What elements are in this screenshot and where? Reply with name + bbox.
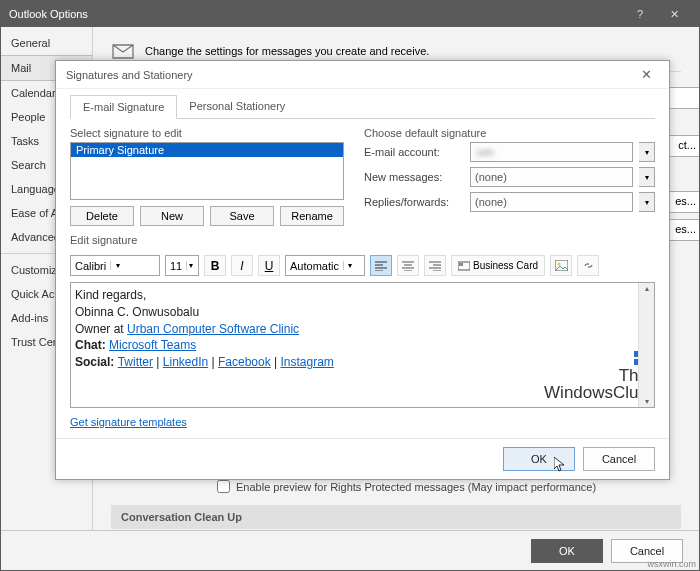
align-center-icon [402,261,414,271]
font-color-selector[interactable]: Automatic▾ [285,255,365,276]
new-messages-field[interactable]: (none) [470,167,633,187]
email-account-row: E-mail account: :om ▾ [364,142,655,162]
svg-point-3 [557,263,560,266]
tab-email-signature[interactable]: E-mail Signature [70,95,177,119]
business-card-button[interactable]: Business Card [451,255,545,276]
scroll-up-icon[interactable]: ▴ [645,283,649,294]
new-messages-dropdown-icon[interactable]: ▾ [639,167,655,187]
dialog-titlebar: Signatures and Stationery ✕ [56,61,669,89]
italic-button[interactable]: I [231,255,253,276]
attribution: wsxwin.com [647,559,696,569]
font-selector[interactable]: Calibri▾ [70,255,160,276]
email-account-field[interactable]: :om [470,142,633,162]
titlebar: Outlook Options ? ✕ [1,1,699,27]
svg-rect-1 [459,263,463,266]
select-signature-label: Select signature to edit [70,127,344,139]
select-signature-group: Select signature to edit Primary Signatu… [70,127,344,226]
content-header-text: Change the settings for messages you cre… [145,45,429,57]
top-row: Select signature to edit Primary Signatu… [70,127,655,226]
window-title: Outlook Options [9,8,623,20]
edit-signature-label: Edit signature [70,234,655,246]
rename-button[interactable]: Rename [280,206,344,226]
delete-button[interactable]: Delete [70,206,134,226]
new-messages-label: New messages: [364,171,464,183]
replies-label: Replies/forwards: [364,196,464,208]
section-conversation-cleanup: Conversation Clean Up [111,505,681,529]
replies-field[interactable]: (none) [470,192,633,212]
link-instagram[interactable]: Instagram [281,355,334,369]
signature-selected-item[interactable]: Primary Signature [71,143,343,157]
align-right-button[interactable] [424,255,446,276]
new-button[interactable]: New [140,206,204,226]
default-signature-label: Choose default signature [364,127,655,139]
align-right-icon [429,261,441,271]
link-facebook[interactable]: Facebook [218,355,271,369]
chevron-down-icon[interactable]: ▾ [343,261,357,270]
preview-checkbox-row: Enable preview for Rights Protected mess… [217,480,681,493]
window-ok-button[interactable]: OK [531,539,603,563]
sig-line4: Chat: Microsoft Teams [75,337,650,354]
align-left-icon [375,261,387,271]
link-icon [582,260,595,271]
card-icon [458,261,470,271]
signature-buttons: Delete New Save Rename [70,206,344,226]
link-linkedin[interactable]: LinkedIn [163,355,208,369]
signatures-dialog: Signatures and Stationery ✕ E-mail Signa… [55,60,670,480]
editor-scrollbar[interactable]: ▴▾ [638,283,654,407]
sig-line3: Owner at Urban Computer Software Clinic [75,321,650,338]
sig-line2: Obinna C. Onwusobalu [75,304,650,321]
replies-row: Replies/forwards: (none) ▾ [364,192,655,212]
get-templates-link[interactable]: Get signature templates [70,416,187,428]
dialog-title: Signatures and Stationery [66,69,193,81]
align-left-button[interactable] [370,255,392,276]
signature-listbox[interactable]: Primary Signature [70,142,344,200]
dialog-footer: OK Cancel [56,438,669,479]
enable-preview-checkbox[interactable] [217,480,230,493]
link-twitter[interactable]: Twitter [118,355,153,369]
replies-dropdown-icon[interactable]: ▾ [639,192,655,212]
chevron-down-icon[interactable]: ▾ [186,261,194,270]
tab-personal-stationery[interactable]: Personal Stationery [177,95,297,118]
email-account-label: E-mail account: [364,146,464,158]
link-teams[interactable]: Microsoft Teams [109,338,196,352]
sidebar-item-general[interactable]: General [1,31,92,55]
save-button[interactable]: Save [210,206,274,226]
link-urban-computer[interactable]: Urban Computer Software Clinic [127,322,299,336]
sig-line5: Social: Twitter | LinkedIn | Facebook | … [75,354,650,371]
templates-link-row: Get signature templates [70,408,655,432]
bottom-bar: OK Cancel [1,530,699,570]
dialog-close-icon[interactable]: ✕ [633,67,659,82]
enable-preview-label: Enable preview for Rights Protected mess… [236,481,596,493]
scroll-down-icon[interactable]: ▾ [645,396,649,407]
editor-toolbar: Calibri▾ 11▾ B I U Automatic▾ Business C… [70,255,655,276]
dialog-ok-button[interactable]: OK [503,447,575,471]
new-messages-row: New messages: (none) ▾ [364,167,655,187]
insert-link-button[interactable] [577,255,599,276]
bold-button[interactable]: B [204,255,226,276]
chevron-down-icon[interactable]: ▾ [110,261,124,270]
dialog-tabs: E-mail Signature Personal Stationery [70,95,655,119]
underline-button[interactable]: U [258,255,280,276]
dialog-cancel-button[interactable]: Cancel [583,447,655,471]
envelope-icon [111,41,135,61]
align-center-button[interactable] [397,255,419,276]
signature-content: Kind regards, Obinna C. Onwusobalu Owner… [75,287,650,371]
email-account-dropdown-icon[interactable]: ▾ [639,142,655,162]
size-selector[interactable]: 11▾ [165,255,199,276]
insert-picture-button[interactable] [550,255,572,276]
default-signature-group: Choose default signature E-mail account:… [364,127,655,226]
dialog-body: E-mail Signature Personal Stationery Sel… [56,89,669,438]
signature-editor[interactable]: Kind regards, Obinna C. Onwusobalu Owner… [70,282,655,408]
sig-line1: Kind regards, [75,287,650,304]
close-icon[interactable]: ✕ [657,1,691,27]
picture-icon [555,260,568,271]
help-icon[interactable]: ? [623,1,657,27]
